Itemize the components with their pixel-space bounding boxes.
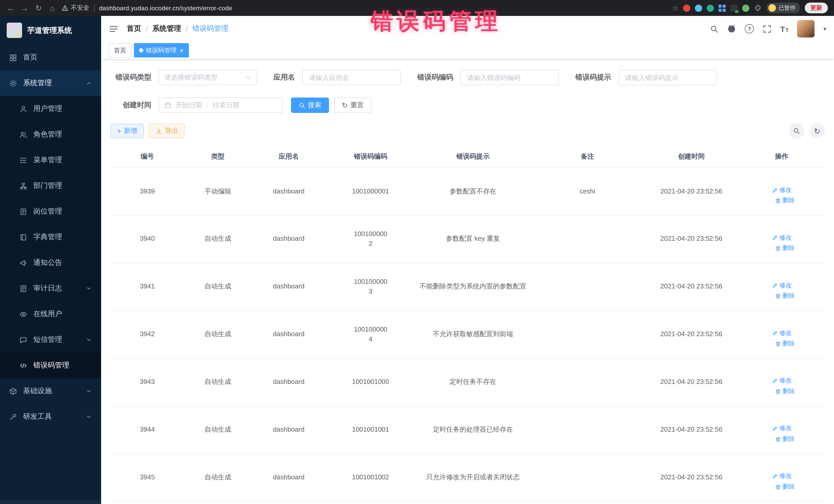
delete-link[interactable]: 删除	[775, 291, 795, 301]
sidebar-item-roles[interactable]: 角色管理	[0, 122, 101, 147]
error-code-input[interactable]	[466, 73, 553, 82]
trash-icon	[775, 436, 781, 442]
user-avatar[interactable]	[797, 20, 815, 38]
extension-icon[interactable]	[683, 4, 690, 12]
tags-view-bar: 首页 错误码管理 ×	[101, 42, 834, 60]
cell-time: 2021-04-20 23:52:56	[644, 215, 739, 263]
sidebar-item-home[interactable]: 首页	[0, 45, 101, 70]
extension-icon[interactable]	[719, 4, 726, 12]
close-icon[interactable]: ×	[180, 46, 183, 54]
cell-hint: 参数配置 key 重复	[415, 215, 531, 263]
sidebar-item-dev-tools[interactable]: 研发工具	[0, 404, 101, 430]
tab-label: 首页	[114, 46, 126, 54]
error-hint-input[interactable]	[624, 73, 711, 82]
sidebar-item-online-users[interactable]: 在线用户	[0, 301, 101, 327]
fullscreen-icon[interactable]	[763, 24, 771, 33]
profile-paused-badge[interactable]: 已暂停	[766, 3, 800, 13]
delete-link[interactable]: 删除	[775, 196, 795, 205]
bookmark-star-icon[interactable]: ☆	[672, 4, 679, 12]
edit-link[interactable]: 修改	[772, 234, 792, 242]
delete-link[interactable]: 删除	[775, 435, 795, 444]
chevron-up-icon	[86, 80, 92, 86]
extension-icon[interactable]	[695, 4, 702, 12]
paused-label: 已暂停	[778, 4, 795, 12]
sidebar-item-menus[interactable]: 菜单管理	[0, 147, 101, 173]
date-range-picker[interactable]: 开始日期 - 结束日期	[159, 97, 283, 113]
help-icon[interactable]: ?	[745, 24, 754, 34]
error-type-select[interactable]: 请选择错误码类型	[159, 70, 257, 85]
delete-link[interactable]: 删除	[775, 387, 795, 396]
extension-icon[interactable]	[730, 4, 738, 12]
sidebar-item-departments[interactable]: 部门管理	[0, 173, 101, 199]
breadcrumb-item[interactable]: 首页	[127, 24, 141, 34]
tab-home[interactable]: 首页	[109, 43, 131, 58]
edit-link[interactable]: 修改	[772, 472, 792, 481]
delete-link[interactable]: 删除	[775, 244, 795, 253]
breadcrumb-item-current[interactable]: 错误码管理	[193, 24, 228, 34]
hamburger-icon[interactable]	[109, 24, 118, 34]
app-name-input-wrap	[302, 70, 401, 85]
delete-link[interactable]: 删除	[775, 339, 795, 348]
user-icon	[20, 105, 27, 113]
browser-reload-button[interactable]: ↻	[34, 4, 43, 12]
edit-link[interactable]: 修改	[772, 424, 792, 433]
edit-link[interactable]: 修改	[772, 186, 792, 195]
cell-type: 自动生成	[184, 358, 251, 406]
toggle-search-button[interactable]	[789, 123, 804, 138]
sidebar-item-users[interactable]: 用户管理	[0, 96, 101, 122]
address-bar-url[interactable]: dashboard.yudao.iocoder.cn/system/error-…	[99, 4, 232, 12]
browser-back-button[interactable]: ←	[6, 4, 15, 12]
sidebar-item-sms[interactable]: 短信管理	[0, 327, 101, 353]
reset-button[interactable]: ↻ 重置	[334, 97, 371, 113]
extension-icon[interactable]	[742, 4, 749, 12]
site-security-chip[interactable]: 不安全	[62, 4, 89, 12]
error-hint-input-wrap	[618, 70, 717, 85]
extension-icon[interactable]	[707, 4, 714, 12]
app-name-input[interactable]	[308, 73, 395, 82]
tab-error-codes[interactable]: 错误码管理 ×	[134, 43, 189, 58]
cell-actions: 修改 删除	[739, 454, 825, 501]
cell-code: 100100000 4	[326, 310, 415, 358]
sidebar-item-system[interactable]: 系统管理	[0, 70, 101, 96]
active-dot-icon	[139, 48, 143, 52]
sidebar-item-label: 系统管理	[23, 79, 52, 88]
browser-forward-button[interactable]: →	[20, 4, 29, 12]
browser-home-button[interactable]: ⌂	[48, 4, 57, 12]
column-header: 编号	[110, 146, 184, 168]
caret-down-icon[interactable]: ▾	[824, 25, 826, 32]
sidebar-item-dicts[interactable]: 字典管理	[0, 224, 101, 250]
refresh-table-button[interactable]: ↻	[809, 123, 825, 138]
sidebar-item-posts[interactable]: 岗位管理	[0, 199, 101, 224]
edit-link[interactable]: 修改	[772, 376, 792, 386]
sidebar-item-label: 用户管理	[34, 104, 62, 113]
sidebar-item-infrastructure[interactable]: 基础设施	[0, 378, 101, 404]
font-size-icon[interactable]: TT	[780, 25, 789, 32]
cell-id: 3940	[110, 215, 184, 263]
trash-icon	[775, 341, 781, 347]
search-icon[interactable]	[710, 24, 719, 33]
sidebar-item-notices[interactable]: 通知公告	[0, 250, 101, 276]
delete-link[interactable]: 删除	[775, 482, 795, 491]
edit-link[interactable]: 修改	[772, 281, 792, 290]
extensions-puzzle-icon[interactable]	[754, 4, 762, 12]
sidebar-item-audit-logs[interactable]: 审计日志	[0, 276, 101, 301]
cell-app: dashboard	[251, 358, 326, 406]
export-button[interactable]: 导出	[149, 124, 185, 138]
filter-label: 创建时间	[110, 101, 151, 110]
cell-hint: 定时任务的处理器已经存在	[415, 406, 531, 454]
edit-link[interactable]: 修改	[772, 329, 792, 338]
search-button[interactable]: 搜索	[291, 97, 329, 113]
browser-toolbar-right: ☆ 已暂停 更新	[672, 3, 828, 13]
breadcrumb-item[interactable]: 系统管理	[152, 24, 181, 34]
sidebar-item-error-codes[interactable]: 错误码管理	[0, 353, 101, 378]
cell-code: 1001001003	[326, 501, 415, 504]
cell-actions: 修改 删除	[739, 358, 825, 406]
sidebar-logo[interactable]: 芋道管理系统	[0, 16, 101, 45]
cell-hint: 不能删除类型为系统内置的参数配置	[415, 263, 531, 311]
cell-time: 2021-04-20 23:52:56	[644, 168, 739, 215]
filter-app-name: 应用名	[273, 70, 401, 85]
browser-update-button[interactable]: 更新	[805, 3, 828, 13]
warning-icon	[62, 5, 68, 11]
github-icon[interactable]	[727, 24, 736, 33]
add-button[interactable]: + 新增	[110, 124, 144, 138]
